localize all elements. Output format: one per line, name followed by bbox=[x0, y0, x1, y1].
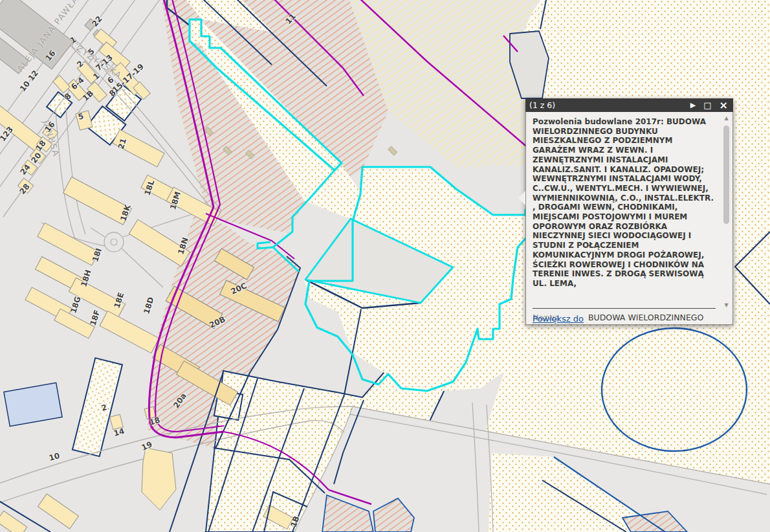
popup-anchor-tail bbox=[518, 191, 525, 205]
attribute-value-line1: BUDOWA WIELORDZINNEGO bbox=[588, 313, 703, 322]
scrollbar-thumb[interactable] bbox=[723, 126, 729, 224]
popup-pager: (1 z 6) bbox=[529, 100, 690, 110]
gis-map-viewer: ALEJA JANA PAWŁA II CZYŻYŃSKA JANUSA 22 … bbox=[0, 0, 770, 532]
attribute-value-line2: BUDYNKU MIESZKALNEGO Z bbox=[588, 322, 702, 325]
attribute-value: BUDOWA WIELORDZINNEGO BUDYNKU MIESZKALNE… bbox=[588, 313, 716, 325]
roundabout bbox=[104, 232, 124, 252]
maximize-icon[interactable]: □ bbox=[703, 101, 711, 109]
zoom-to-link[interactable]: Powiększ do bbox=[533, 314, 584, 324]
popup-scrollbar[interactable]: ▲ ▼ bbox=[721, 114, 731, 322]
scroll-up-icon[interactable]: ▲ bbox=[721, 115, 731, 121]
next-result-icon[interactable]: ▶ bbox=[690, 102, 696, 109]
popup-header[interactable]: (1 z 6) ▶ □ × bbox=[525, 98, 733, 112]
scroll-down-icon[interactable]: ▼ bbox=[721, 302, 731, 308]
permit-description: Pozwolenia budowlane 2017r: BUDOWA WIELO… bbox=[533, 117, 718, 289]
popup-body: Pozwolenia budowlane 2017r: BUDOWA WIELO… bbox=[525, 112, 733, 325]
popup-window: (1 z 6) ▶ □ × Pozwolenia budowlane 2017r… bbox=[525, 98, 733, 325]
close-icon[interactable]: × bbox=[720, 100, 728, 111]
separator bbox=[533, 308, 716, 309]
